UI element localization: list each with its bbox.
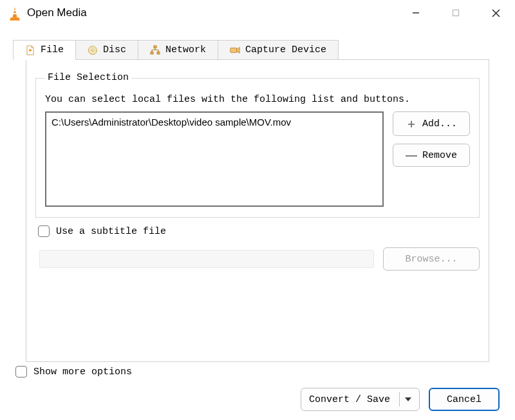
tab-network[interactable]: Network bbox=[138, 40, 218, 59]
show-more-options-row: Show more options bbox=[15, 366, 132, 377]
svg-rect-13 bbox=[157, 52, 160, 54]
close-button[interactable] bbox=[479, 0, 512, 26]
tab-capture-device[interactable]: Capture Device bbox=[218, 40, 339, 59]
svg-rect-11 bbox=[154, 46, 156, 48]
svg-marker-15 bbox=[237, 47, 239, 53]
add-button[interactable]: ＋ Add... bbox=[393, 111, 470, 136]
tab-label: File bbox=[41, 44, 64, 55]
button-label: Remove bbox=[422, 150, 457, 161]
subtitle-path-row: Browse... bbox=[35, 247, 480, 271]
show-more-options-label: Show more options bbox=[33, 367, 132, 377]
window-title: Open Media bbox=[27, 6, 87, 19]
file-selection-group: File Selection You can select local file… bbox=[35, 78, 480, 218]
tab-disc[interactable]: Disc bbox=[75, 40, 138, 59]
file-list[interactable]: C:\Users\Administrator\Desktop\video sam… bbox=[45, 111, 384, 207]
group-legend: File Selection bbox=[45, 72, 131, 83]
dropdown-caret[interactable] bbox=[399, 392, 417, 406]
svg-marker-16 bbox=[405, 397, 411, 401]
button-label: Cancel bbox=[447, 394, 482, 405]
convert-save-button[interactable]: Convert / Save bbox=[301, 388, 420, 411]
tab-label: Capture Device bbox=[245, 44, 326, 55]
tab-file[interactable]: File bbox=[13, 40, 76, 60]
dialog-button-row: Convert / Save Cancel bbox=[301, 388, 500, 411]
plus-icon: ＋ bbox=[406, 116, 417, 131]
use-subtitle-label: Use a subtitle file bbox=[56, 226, 166, 237]
svg-rect-1 bbox=[13, 10, 16, 12]
svg-rect-14 bbox=[230, 48, 237, 52]
chevron-down-icon bbox=[405, 397, 411, 401]
network-icon bbox=[150, 45, 160, 55]
minus-icon: — bbox=[406, 149, 417, 162]
svg-marker-0 bbox=[12, 7, 17, 17]
svg-marker-3 bbox=[10, 17, 20, 20]
file-selection-hint: You can select local files with the foll… bbox=[45, 94, 470, 105]
capture-device-icon bbox=[230, 45, 240, 55]
svg-rect-12 bbox=[151, 52, 153, 54]
subtitle-path-input bbox=[39, 250, 374, 268]
vlc-cone-icon bbox=[9, 7, 21, 19]
tabs-row: File Disc Network Capture Dev bbox=[0, 26, 515, 362]
button-label: Convert / Save bbox=[309, 394, 390, 405]
show-more-options-checkbox[interactable] bbox=[15, 366, 27, 377]
tab-label: Network bbox=[165, 44, 206, 55]
use-subtitle-checkbox[interactable] bbox=[38, 225, 50, 237]
button-label: Add... bbox=[422, 119, 457, 129]
browse-button: Browse... bbox=[383, 247, 480, 271]
remove-button[interactable]: — Remove bbox=[393, 144, 470, 167]
cancel-button[interactable]: Cancel bbox=[429, 388, 500, 411]
maximize-button[interactable] bbox=[439, 0, 473, 26]
button-label: Browse... bbox=[405, 254, 457, 265]
file-list-item[interactable]: C:\Users\Administrator\Desktop\video sam… bbox=[52, 117, 377, 128]
minimize-button[interactable] bbox=[399, 0, 433, 26]
disc-icon bbox=[88, 45, 98, 55]
use-subtitle-row: Use a subtitle file bbox=[38, 225, 480, 237]
svg-rect-2 bbox=[13, 13, 17, 14]
tab-label: Disc bbox=[103, 44, 126, 55]
titlebar: Open Media bbox=[0, 0, 515, 26]
svg-rect-5 bbox=[453, 10, 459, 16]
tab-panel-file: File Selection You can select local file… bbox=[26, 59, 489, 362]
file-icon bbox=[25, 45, 35, 55]
